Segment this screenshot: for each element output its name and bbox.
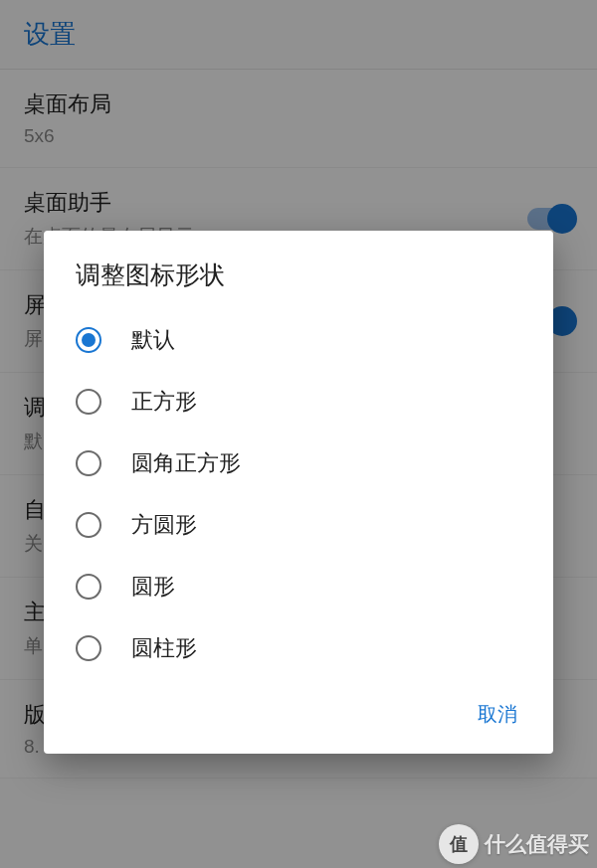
radio-icon [76, 574, 101, 600]
option-label: 方圆形 [131, 510, 197, 540]
watermark: 值 什么值得买 [439, 824, 589, 864]
cancel-button[interactable]: 取消 [464, 693, 531, 736]
option-label: 正方形 [131, 387, 197, 417]
option-default[interactable]: 默认 [44, 309, 553, 371]
option-circle[interactable]: 圆形 [44, 556, 553, 617]
radio-icon [76, 635, 101, 661]
option-label: 圆形 [131, 572, 175, 602]
radio-icon [76, 327, 101, 353]
watermark-badge-icon: 值 [439, 824, 479, 864]
dialog-title: 调整图标形状 [44, 231, 553, 309]
radio-icon [76, 450, 101, 476]
radio-icon [76, 389, 101, 415]
option-cylinder[interactable]: 圆柱形 [44, 617, 553, 679]
option-label: 默认 [131, 325, 175, 355]
icon-shape-dialog: 调整图标形状 默认 正方形 圆角正方形 方圆形 圆形 圆柱形 取消 [44, 231, 553, 754]
dialog-actions: 取消 [44, 679, 553, 748]
option-label: 圆柱形 [131, 633, 197, 663]
option-rounded-square[interactable]: 圆角正方形 [44, 433, 553, 494]
option-squircle[interactable]: 方圆形 [44, 494, 553, 556]
watermark-text: 什么值得买 [485, 830, 589, 858]
option-label: 圆角正方形 [131, 448, 241, 478]
radio-icon [76, 512, 101, 538]
option-square[interactable]: 正方形 [44, 371, 553, 433]
